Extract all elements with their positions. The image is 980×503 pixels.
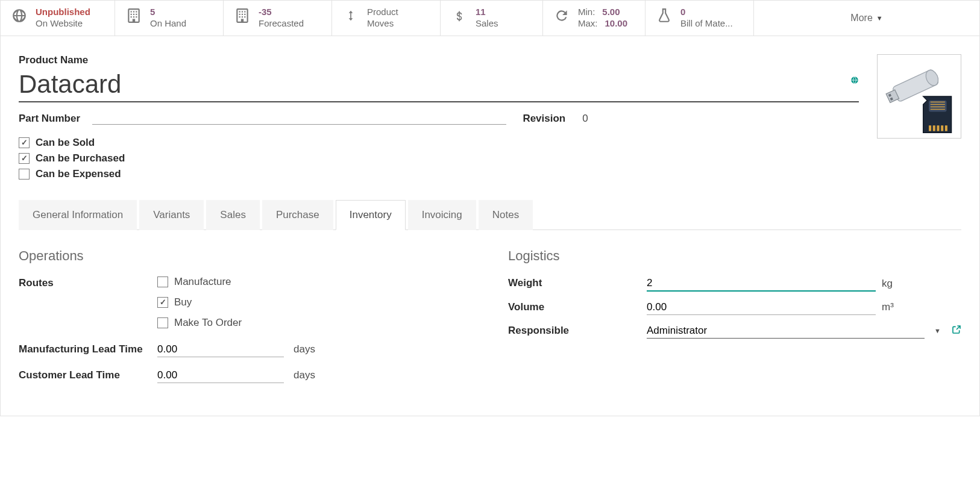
svg-rect-7: [131, 16, 132, 17]
route-manufacture-label: Manufacture: [174, 276, 231, 288]
flask-icon: [654, 8, 674, 28]
stat-bom-value: 0: [680, 7, 733, 18]
svg-rect-10: [133, 19, 135, 22]
tab-variants[interactable]: Variants: [139, 200, 204, 230]
stat-more-button[interactable]: More ▼: [754, 1, 979, 36]
svg-rect-13: [242, 11, 243, 13]
svg-rect-12: [239, 11, 240, 13]
stat-forecasted-value: -35: [259, 7, 304, 18]
manuf-lead-input[interactable]: [157, 342, 284, 357]
logistics-section: Logistics Weight kg Volume m³ R: [508, 248, 961, 392]
tab-invoicing[interactable]: Invoicing: [408, 200, 476, 230]
revision-label: Revision: [523, 113, 565, 125]
stat-unpublished-value: Unpublished: [36, 7, 90, 18]
route-buy-label: Buy: [174, 296, 192, 308]
volume-label: Volume: [508, 300, 647, 314]
building-icon: [232, 8, 253, 28]
cust-lead-input[interactable]: [157, 368, 284, 383]
stat-onhand-label: On Hand: [150, 18, 186, 30]
can-purchased-checkbox[interactable]: [19, 153, 30, 164]
part-number-label: Part Number: [19, 113, 80, 125]
stat-forecasted-label: Forecasted: [259, 18, 304, 30]
svg-rect-8: [133, 16, 134, 17]
weight-label: Weight: [508, 276, 647, 290]
responsible-label: Responsible: [508, 323, 647, 338]
more-label: More: [850, 13, 872, 23]
route-mto-checkbox[interactable]: [157, 317, 168, 328]
refresh-icon: [551, 8, 572, 28]
svg-rect-37: [945, 125, 947, 131]
stat-sales[interactable]: 11 Sales: [441, 1, 543, 36]
tab-sales[interactable]: Sales: [206, 200, 260, 230]
manuf-lead-suffix: days: [294, 343, 315, 355]
svg-rect-20: [244, 16, 245, 17]
dollar-icon: [449, 7, 470, 28]
stat-buttons-row: Unpublished On Website 5 On Hand -35 For…: [1, 1, 979, 36]
stat-forecasted[interactable]: -35 Forecasted: [224, 1, 332, 36]
svg-rect-19: [242, 16, 243, 17]
minmax-max-k: Max:: [578, 18, 598, 30]
stat-minmax[interactable]: Min:5.00 Max:10.00: [543, 1, 645, 36]
tab-bar: General Information Variants Sales Purch…: [19, 199, 961, 230]
can-expensed-checkbox[interactable]: [19, 169, 30, 180]
stat-moves-label: Moves: [367, 18, 398, 30]
svg-rect-21: [241, 19, 243, 22]
translate-globe-icon[interactable]: [850, 76, 859, 86]
route-buy-checkbox[interactable]: [157, 297, 168, 308]
weight-input[interactable]: [647, 276, 876, 292]
svg-rect-6: [136, 14, 137, 15]
svg-rect-4: [131, 14, 132, 15]
svg-rect-1: [131, 11, 132, 13]
operations-section: Operations Routes Manufacture Buy: [19, 248, 472, 392]
route-mto-label: Make To Order: [174, 317, 242, 329]
volume-unit: m³: [882, 301, 900, 313]
stat-sales-label: Sales: [476, 18, 498, 30]
stat-onhand[interactable]: 5 On Hand: [115, 1, 224, 36]
svg-rect-15: [239, 14, 240, 15]
product-image[interactable]: [877, 54, 961, 139]
svg-rect-2: [133, 11, 134, 13]
svg-rect-18: [239, 16, 240, 17]
tab-inventory[interactable]: Inventory: [336, 200, 406, 230]
globe-icon: [9, 8, 30, 28]
svg-rect-5: [133, 14, 134, 15]
caret-down-icon[interactable]: ▼: [934, 327, 941, 334]
svg-rect-36: [941, 125, 943, 131]
svg-rect-14: [244, 11, 245, 13]
svg-rect-34: [933, 125, 935, 131]
minmax-max-v: 10.00: [605, 18, 628, 30]
minmax-min-k: Min:: [578, 7, 595, 18]
building-icon: [124, 8, 144, 28]
stat-moves[interactable]: Product Moves: [332, 1, 441, 36]
routes-label: Routes: [19, 276, 157, 290]
stat-bom-label: Bill of Mate...: [680, 18, 733, 30]
tab-purchase[interactable]: Purchase: [262, 200, 333, 230]
part-number-input[interactable]: [92, 111, 506, 125]
stat-unpublished[interactable]: Unpublished On Website: [1, 1, 115, 36]
tab-general[interactable]: General Information: [19, 200, 137, 230]
external-link-icon[interactable]: [952, 325, 961, 337]
can-purchased-label: Can be Purchased: [36, 152, 125, 164]
responsible-input[interactable]: [647, 323, 925, 339]
tab-notes[interactable]: Notes: [479, 200, 533, 230]
cust-lead-suffix: days: [294, 369, 315, 381]
product-name-input[interactable]: [19, 66, 859, 102]
stat-unpublished-label: On Website: [36, 18, 90, 30]
manuf-lead-label: Manufacturing Lead Time: [19, 342, 157, 357]
cust-lead-label: Customer Lead Time: [19, 368, 157, 383]
volume-input[interactable]: [647, 300, 876, 315]
minmax-min-v: 5.00: [602, 7, 620, 18]
route-manufacture-checkbox[interactable]: [157, 276, 168, 287]
stat-moves-value: Product: [367, 7, 398, 18]
svg-rect-35: [937, 125, 939, 131]
logistics-title: Logistics: [508, 248, 961, 264]
stat-bom[interactable]: 0 Bill of Mate...: [645, 1, 754, 36]
svg-rect-33: [929, 125, 931, 131]
product-name-label: Product Name: [19, 54, 859, 66]
can-sold-checkbox[interactable]: [19, 137, 30, 148]
svg-rect-16: [242, 14, 243, 15]
svg-rect-3: [136, 11, 137, 13]
stat-sales-value: 11: [476, 7, 498, 18]
caret-down-icon: ▼: [876, 14, 883, 22]
svg-rect-9: [136, 16, 137, 17]
